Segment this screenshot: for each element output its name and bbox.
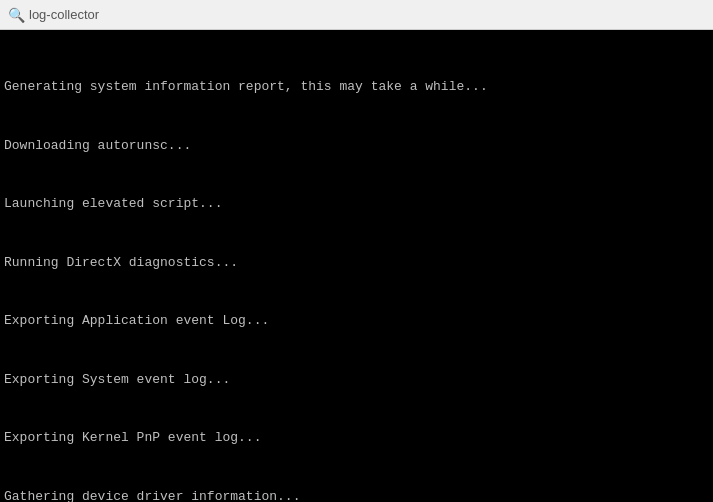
- title-bar-search: 🔍 log-collector: [8, 7, 99, 23]
- terminal-line-2: Launching elevated script...: [4, 194, 709, 214]
- terminal-line-4: Exporting Application event Log...: [4, 311, 709, 331]
- terminal-output: Generating system information report, th…: [0, 30, 713, 502]
- title-bar: 🔍 log-collector: [0, 0, 713, 30]
- terminal-line-6: Exporting Kernel PnP event log...: [4, 428, 709, 448]
- terminal-line-1: Downloading autorunsc...: [4, 136, 709, 156]
- terminal-line-7: Gathering device driver information...: [4, 487, 709, 503]
- terminal-line-5: Exporting System event log...: [4, 370, 709, 390]
- search-label: log-collector: [29, 7, 99, 22]
- terminal-line-0: Generating system information report, th…: [4, 77, 709, 97]
- terminal-line-3: Running DirectX diagnostics...: [4, 253, 709, 273]
- search-icon: 🔍: [8, 7, 25, 23]
